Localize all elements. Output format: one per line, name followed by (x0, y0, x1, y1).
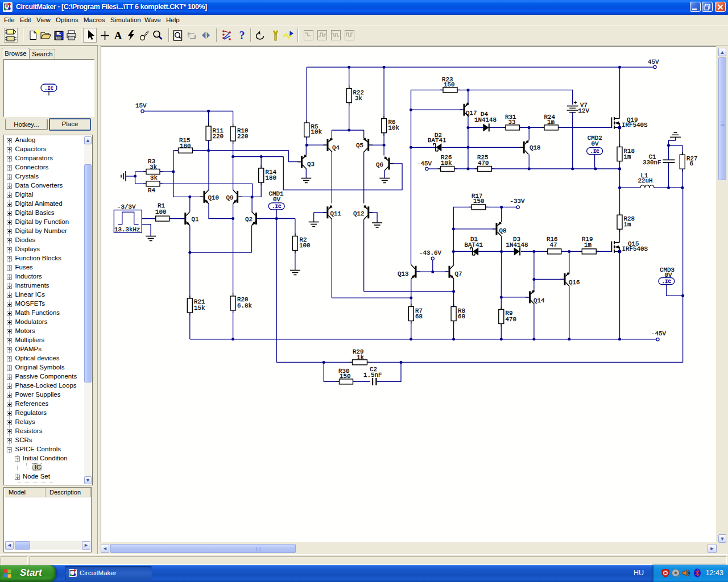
svg-text:Q4: Q4 (332, 144, 340, 151)
svg-text:0V: 0V (273, 196, 280, 203)
svg-text:-45V: -45V (651, 330, 666, 337)
svg-text:Q9: Q9 (226, 194, 234, 201)
svg-text:1m: 1m (547, 119, 555, 126)
svg-text:Q13: Q13 (398, 271, 408, 277)
svg-text:470: 470 (478, 160, 489, 167)
svg-text:100: 100 (299, 242, 310, 249)
svg-text:Q2: Q2 (245, 216, 253, 223)
svg-text:180: 180 (180, 143, 191, 149)
svg-text:IRF540S: IRF540S (622, 246, 648, 252)
svg-text:Q11: Q11 (330, 210, 341, 217)
svg-text:220: 220 (213, 133, 224, 140)
svg-text:-45V: -45V (417, 160, 432, 167)
svg-text:100: 100 (155, 209, 166, 215)
svg-text:45V: 45V (648, 59, 659, 65)
svg-text:150: 150 (473, 198, 484, 205)
svg-text:Q10: Q10 (208, 194, 219, 201)
svg-text:22uH: 22uH (638, 177, 653, 184)
svg-text:-43.6V: -43.6V (419, 250, 441, 256)
svg-text:6: 6 (690, 160, 693, 167)
svg-text:0V: 0V (665, 272, 672, 278)
svg-text:1k: 1k (357, 354, 364, 361)
svg-text:10k: 10k (388, 124, 399, 131)
svg-text:Q14: Q14 (533, 297, 544, 304)
svg-text:BAT41: BAT41 (465, 242, 483, 248)
svg-text:Q6: Q6 (376, 161, 383, 168)
svg-text:150: 150 (340, 373, 350, 380)
svg-text:Q17: Q17 (466, 110, 477, 117)
svg-text:IRF540S: IRF540S (622, 122, 647, 128)
svg-text:.IC: .IC (662, 279, 672, 285)
svg-text:180: 180 (266, 174, 276, 181)
svg-text:330nF: 330nF (643, 159, 661, 166)
svg-text:12V: 12V (578, 107, 590, 114)
svg-text:1N4148: 1N4148 (506, 242, 528, 248)
svg-text:68: 68 (415, 313, 423, 320)
svg-text:.IC: .IC (272, 204, 282, 210)
svg-text:Q7: Q7 (455, 271, 462, 277)
svg-text:33: 33 (508, 119, 516, 126)
svg-text:.IC: .IC (44, 86, 54, 92)
svg-text:47: 47 (550, 242, 557, 248)
svg-text:15V: 15V (135, 102, 147, 109)
svg-text:0V: 0V (592, 140, 599, 147)
svg-text:?: ? (239, 30, 245, 41)
svg-text:3k: 3k (150, 164, 157, 171)
svg-text:68: 68 (458, 313, 465, 320)
svg-text:10k: 10k (441, 160, 452, 167)
svg-text:A: A (114, 30, 122, 41)
svg-text:Q16: Q16 (569, 279, 580, 286)
svg-text:470: 470 (506, 316, 516, 323)
svg-text:Q3: Q3 (307, 161, 315, 168)
svg-text:-33V: -33V (510, 198, 525, 205)
svg-text:1.5nF: 1.5nF (363, 372, 382, 379)
svg-text:220: 220 (237, 133, 248, 140)
svg-text:Q12: Q12 (353, 210, 364, 217)
svg-text:R4: R4 (148, 187, 155, 194)
svg-text:1m: 1m (624, 153, 631, 160)
svg-text:1m: 1m (584, 242, 592, 248)
svg-text:Q5: Q5 (356, 142, 363, 149)
svg-text:+: + (574, 100, 577, 106)
svg-text:3k: 3k (355, 95, 362, 102)
svg-text:1m: 1m (624, 221, 631, 228)
svg-text:Q18: Q18 (530, 144, 540, 151)
svg-text:BAT41: BAT41 (428, 137, 446, 144)
svg-text:10k: 10k (311, 128, 322, 135)
svg-text:13.3kHz: 13.3kHz (114, 226, 140, 233)
svg-text:Q1: Q1 (192, 216, 199, 223)
svg-text:Q8: Q8 (499, 227, 507, 234)
svg-text:3k: 3k (150, 174, 158, 181)
svg-text:150: 150 (444, 81, 454, 88)
svg-text:-3/3V: -3/3V (117, 203, 136, 210)
svg-text:6.8k: 6.8k (237, 302, 252, 309)
svg-text:.IC: .IC (590, 149, 599, 155)
svg-text:1N4148: 1N4148 (474, 117, 497, 123)
svg-text:15k: 15k (194, 305, 205, 311)
